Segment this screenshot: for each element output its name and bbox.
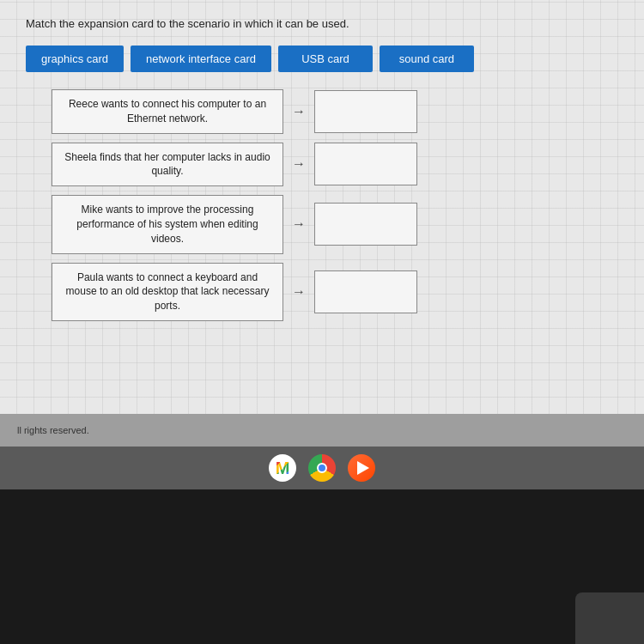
match-row-4: Paula wants to connect a keyboard and mo… xyxy=(52,263,618,321)
chrome-icon-inner xyxy=(317,463,327,473)
arrow-3: → xyxy=(292,216,306,232)
answer-box-2[interactable] xyxy=(314,143,417,185)
main-content: Match the expansion card to the scenario… xyxy=(0,0,644,414)
play-icon[interactable] xyxy=(348,454,375,482)
matching-area: Reece wants to connect his computer to a… xyxy=(52,89,618,321)
scenario-box-2: Sheela finds that her computer lacks in … xyxy=(52,143,283,187)
match-row-1: Reece wants to connect his computer to a… xyxy=(52,89,618,134)
instruction-text: Match the expansion card to the scenario… xyxy=(26,17,618,30)
scenario-text-1: Reece wants to connect his computer to a… xyxy=(63,97,272,126)
rights-text: ll rights reserved. xyxy=(17,425,89,435)
answer-box-1[interactable] xyxy=(314,90,417,133)
graphics-card-btn[interactable]: graphics card xyxy=(26,46,124,72)
arrow-4: → xyxy=(292,284,306,300)
arrow-2: → xyxy=(292,156,306,172)
answer-box-3[interactable] xyxy=(314,203,417,246)
bottom-corner-element xyxy=(575,592,644,644)
sound-card-btn[interactable]: sound card xyxy=(380,46,474,72)
network-interface-card-btn[interactable]: network interface card xyxy=(131,46,271,72)
scenario-text-3: Mike wants to improve the processing per… xyxy=(63,203,272,246)
taskbar: M xyxy=(0,447,644,489)
answer-box-4[interactable] xyxy=(314,270,417,313)
footer-bar: ll rights reserved. xyxy=(0,414,644,447)
usb-card-btn[interactable]: USB card xyxy=(278,46,373,72)
scenario-text-2: Sheela finds that her computer lacks in … xyxy=(63,150,272,179)
scenario-box-4: Paula wants to connect a keyboard and mo… xyxy=(52,263,283,321)
cards-area: graphics card network interface card USB… xyxy=(26,46,618,72)
arrow-1: → xyxy=(292,104,306,119)
match-row-2: Sheela finds that her computer lacks in … xyxy=(52,143,618,187)
scenario-box-1: Reece wants to connect his computer to a… xyxy=(52,89,283,134)
scenario-box-3: Mike wants to improve the processing per… xyxy=(52,195,283,253)
gmail-icon[interactable]: M xyxy=(269,454,296,482)
play-triangle xyxy=(357,461,369,475)
match-row-3: Mike wants to improve the processing per… xyxy=(52,195,618,253)
chrome-icon[interactable] xyxy=(308,454,336,482)
gmail-m-letter: M xyxy=(276,459,290,478)
scenario-text-4: Paula wants to connect a keyboard and mo… xyxy=(63,270,272,313)
bottom-black-area xyxy=(0,489,644,644)
